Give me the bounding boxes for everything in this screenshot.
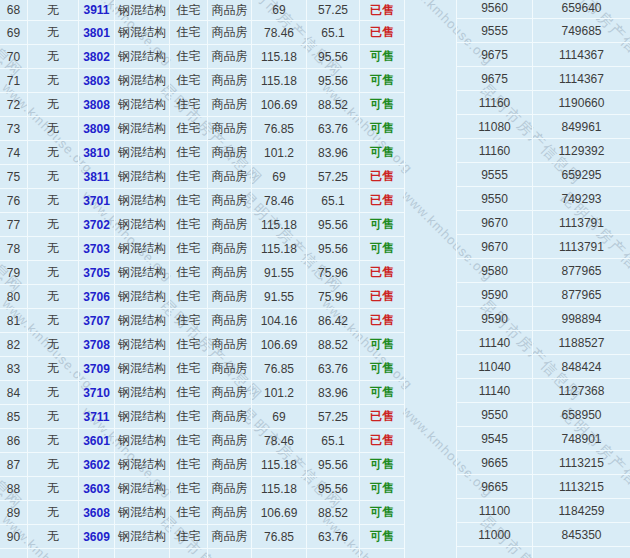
unit-number-cell[interactable]: 3702: [79, 213, 115, 237]
price-row-70: 96751114367: [456, 43, 630, 67]
price-row-84: 111401127368: [456, 379, 630, 403]
inner-area-cell: [307, 549, 360, 558]
unit-number-link[interactable]: 3609: [83, 530, 110, 544]
usage-cell: 住宅: [170, 381, 208, 405]
unit-number-link[interactable]: 3809: [83, 122, 110, 136]
price-row-69: 9555749685: [456, 19, 630, 43]
unit-number-cell[interactable]: 3809: [79, 117, 115, 141]
structure-cell: 钢混结构: [115, 93, 170, 117]
price-row-81: 9590998894: [456, 307, 630, 331]
unit-number-cell[interactable]: 3803: [79, 69, 115, 93]
unit-number-cell[interactable]: 3706: [79, 285, 115, 309]
built-area-cell: 115.18: [252, 477, 307, 501]
unit-number-link[interactable]: 3707: [83, 314, 110, 328]
listing-row-73: 73无3809钢混结构住宅商品房76.8563.76可售: [0, 117, 405, 141]
tag-cell: 无: [28, 21, 79, 45]
unit-number-cell[interactable]: 3811: [79, 165, 115, 189]
unit-number-link[interactable]: 3706: [83, 290, 110, 304]
unit-number-cell[interactable]: 3710: [79, 381, 115, 405]
unit-price-cell: 9665: [456, 451, 533, 475]
unit-number-link[interactable]: 3801: [83, 26, 110, 40]
unit-number-cell[interactable]: 3701: [79, 189, 115, 213]
unit-number-cell[interactable]: 3802: [79, 45, 115, 69]
unit-number-cell[interactable]: 3801: [79, 21, 115, 45]
unit-number-cell[interactable]: 3707: [79, 309, 115, 333]
inner-area-cell: 63.76: [307, 525, 360, 549]
unit-number-link[interactable]: 3811: [83, 170, 109, 184]
listing-row-72: 72无3808钢混结构住宅商品房106.6988.52可售: [0, 93, 405, 117]
sale-type-cell: 商品房: [208, 165, 252, 189]
seq-cell: 79: [0, 261, 28, 285]
unit-number-link[interactable]: 3710: [83, 386, 110, 400]
listing-row-83: 83无3709钢混结构住宅商品房76.8563.76可售: [0, 357, 405, 381]
seq-cell: 88: [0, 477, 28, 501]
tag-cell: 无: [28, 429, 79, 453]
total-price-cell: 1188527: [533, 331, 630, 355]
unit-number-link[interactable]: 3705: [83, 266, 110, 280]
sale-type-cell: 商品房: [208, 501, 252, 525]
unit-number-link[interactable]: 3808: [83, 98, 110, 112]
status-cell: 可售: [360, 141, 405, 165]
unit-list-table: 68无3911钢混结构住宅商品房6957.25已售69无3801钢混结构住宅商品…: [0, 0, 405, 558]
seq-cell: 84: [0, 381, 28, 405]
listing-row-88: 88无3603钢混结构住宅商品房115.1895.56可售: [0, 477, 405, 501]
tag-cell: 无: [28, 237, 79, 261]
unit-number-link[interactable]: 3911: [83, 3, 109, 17]
unit-number-link[interactable]: 3601: [83, 434, 110, 448]
usage-cell: 住宅: [170, 237, 208, 261]
tag-cell: 无: [28, 525, 79, 549]
inner-area-cell: 86.42: [307, 309, 360, 333]
structure-cell: 钢混结构: [115, 45, 170, 69]
tag-cell: 无: [28, 165, 79, 189]
unit-number-cell[interactable]: 3911: [79, 0, 115, 21]
unit-number-link[interactable]: 3608: [83, 506, 110, 520]
unit-number-cell[interactable]: 3711: [79, 405, 115, 429]
structure-cell: 钢混结构: [115, 237, 170, 261]
unit-number-cell[interactable]: 3608: [79, 501, 115, 525]
price-row-74: 111601129392: [456, 139, 630, 163]
total-price-cell: 748901: [533, 427, 630, 451]
unit-number-link[interactable]: 3709: [83, 362, 110, 376]
price-row-90: 11000845350: [456, 523, 630, 547]
total-price-cell: 877965: [533, 283, 630, 307]
unit-number-cell[interactable]: 3808: [79, 93, 115, 117]
unit-number-cell[interactable]: 3703: [79, 237, 115, 261]
unit-number-link[interactable]: 3602: [83, 458, 110, 472]
total-price-cell: 749685: [533, 19, 630, 43]
inner-area-cell: 95.56: [307, 453, 360, 477]
status-cell: 已售: [360, 261, 405, 285]
unit-number-cell[interactable]: 3603: [79, 477, 115, 501]
unit-number-cell[interactable]: 3708: [79, 333, 115, 357]
unit-number-link[interactable]: 3810: [83, 146, 110, 160]
structure-cell: [115, 549, 170, 558]
tag-cell: 无: [28, 309, 79, 333]
seq-cell: 83: [0, 357, 28, 381]
built-area-cell: 101.2: [252, 381, 307, 405]
unit-number-link[interactable]: 3701: [83, 194, 110, 208]
unit-number-cell[interactable]: 3601: [79, 429, 115, 453]
sale-type-cell: 商品房: [208, 453, 252, 477]
unit-number-cell[interactable]: 3810: [79, 141, 115, 165]
unit-price-cell: 11140: [456, 379, 533, 403]
status-cell: 可售: [360, 69, 405, 93]
unit-number-link[interactable]: 3603: [83, 482, 110, 496]
built-area-cell: 101.2: [252, 141, 307, 165]
unit-number-link[interactable]: 3702: [83, 218, 110, 232]
unit-number-link[interactable]: 3803: [83, 74, 110, 88]
unit-number-cell[interactable]: 3709: [79, 357, 115, 381]
total-price-cell: 1113215: [533, 475, 630, 499]
unit-number-link[interactable]: 3708: [83, 338, 110, 352]
seq-cell: 78: [0, 237, 28, 261]
unit-number-cell[interactable]: 3602: [79, 453, 115, 477]
unit-number-link[interactable]: 3802: [83, 50, 110, 64]
unit-number-link[interactable]: 3703: [83, 242, 110, 256]
unit-number-cell[interactable]: 3705: [79, 261, 115, 285]
inner-area-cell: 75.96: [307, 261, 360, 285]
price-table: 9560659640955574968596751114367967511143…: [456, 0, 630, 558]
usage-cell: 住宅: [170, 501, 208, 525]
listing-row-74: 74无3810钢混结构住宅商品房101.283.96可售: [0, 141, 405, 165]
unit-number-cell[interactable]: 3609: [79, 525, 115, 549]
price-row-83: 11040848424: [456, 355, 630, 379]
price-row-78: 96701113791: [456, 235, 630, 259]
unit-number-link[interactable]: 3711: [83, 410, 109, 424]
